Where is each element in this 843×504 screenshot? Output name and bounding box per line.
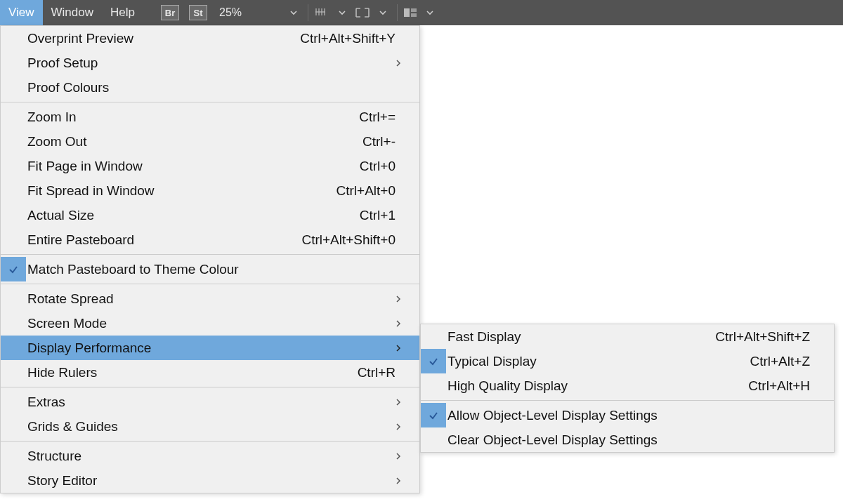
chevron-down-icon — [426, 8, 434, 17]
submenu-arrow-icon — [396, 398, 411, 406]
menu-zoom-out[interactable]: Zoom Out Ctrl+- — [1, 129, 419, 154]
submenu-arrow-icon — [396, 477, 411, 485]
menu-separator — [1, 441, 419, 442]
menu-separator — [1, 102, 419, 102]
menubar: View Window Help Br St 25% — [0, 0, 843, 25]
svg-rect-7 — [411, 13, 417, 17]
menu-screen-mode[interactable]: Screen Mode — [1, 311, 419, 336]
menu-window[interactable]: Window — [43, 0, 102, 25]
menu-separator — [1, 254, 419, 255]
stock-button[interactable]: St — [189, 5, 207, 20]
arrange-icon[interactable] — [402, 0, 420, 25]
menu-separator — [1, 284, 419, 284]
menu-grids-guides[interactable]: Grids & Guides — [1, 414, 419, 439]
submenu-clear-object-level[interactable]: Clear Object-Level Display Settings — [421, 427, 834, 452]
arrange-dropdown[interactable] — [420, 0, 440, 25]
menu-extras[interactable]: Extras — [1, 390, 419, 414]
svg-rect-5 — [404, 8, 410, 17]
submenu-arrow-icon — [396, 344, 411, 352]
zoom-field[interactable]: 25% — [209, 0, 249, 25]
view-options-dropdown[interactable] — [332, 0, 352, 25]
menu-view[interactable]: View — [0, 0, 43, 25]
screen-mode-icon[interactable] — [352, 0, 373, 25]
menu-proof-colours[interactable]: Proof Colours — [1, 75, 419, 100]
submenu-arrow-icon — [396, 452, 411, 460]
menu-rotate-spread[interactable]: Rotate Spread — [1, 286, 419, 311]
menu-fit-page[interactable]: Fit Page in Window Ctrl+0 — [1, 154, 419, 178]
menu-entire-pasteboard[interactable]: Entire Pasteboard Ctrl+Alt+Shift+0 — [1, 227, 419, 252]
menu-help[interactable]: Help — [102, 0, 143, 25]
menu-match-pasteboard[interactable]: Match Pasteboard to Theme Colour — [1, 257, 419, 281]
menu-display-performance[interactable]: Display Performance — [1, 336, 419, 360]
toolbar-separator — [308, 4, 308, 21]
menu-fit-spread[interactable]: Fit Spread in Window Ctrl+Alt+0 — [1, 178, 419, 203]
svg-rect-6 — [411, 8, 417, 12]
menu-overprint-preview[interactable]: Overprint Preview Ctrl+Alt+Shift+Y — [1, 26, 419, 51]
submenu-allow-object-level[interactable]: Allow Object-Level Display Settings — [421, 403, 834, 427]
toolbar-separator — [397, 4, 398, 21]
display-performance-submenu: Fast Display Ctrl+Alt+Shift+Z Typical Di… — [420, 324, 835, 453]
menu-hide-rulers[interactable]: Hide Rulers Ctrl+R — [1, 360, 419, 385]
menu-structure[interactable]: Structure — [1, 444, 419, 468]
submenu-fast-display[interactable]: Fast Display Ctrl+Alt+Shift+Z — [421, 324, 834, 349]
check-icon — [1, 257, 26, 281]
submenu-typical-display[interactable]: Typical Display Ctrl+Alt+Z — [421, 349, 834, 373]
submenu-arrow-icon — [396, 59, 411, 67]
screen-mode-dropdown[interactable] — [373, 0, 393, 25]
menu-separator — [1, 387, 419, 387]
zoom-dropdown[interactable] — [284, 0, 303, 25]
chevron-down-icon — [289, 8, 298, 17]
chevron-down-icon — [379, 8, 387, 17]
chevron-down-icon — [338, 8, 346, 17]
menu-separator — [421, 400, 834, 401]
menu-zoom-in[interactable]: Zoom In Ctrl+= — [1, 105, 419, 129]
menu-proof-setup[interactable]: Proof Setup — [1, 51, 419, 75]
submenu-arrow-icon — [396, 295, 411, 303]
view-menu-dropdown: Overprint Preview Ctrl+Alt+Shift+Y Proof… — [0, 25, 420, 493]
view-options-icon[interactable] — [313, 0, 332, 25]
submenu-arrow-icon — [396, 423, 411, 431]
bridge-button[interactable]: Br — [161, 5, 179, 20]
menu-story-editor[interactable]: Story Editor — [1, 468, 419, 493]
submenu-arrow-icon — [396, 319, 411, 328]
check-icon — [421, 403, 446, 427]
submenu-high-quality-display[interactable]: High Quality Display Ctrl+Alt+H — [421, 373, 834, 398]
menu-actual-size[interactable]: Actual Size Ctrl+1 — [1, 203, 419, 227]
check-icon — [421, 349, 446, 373]
